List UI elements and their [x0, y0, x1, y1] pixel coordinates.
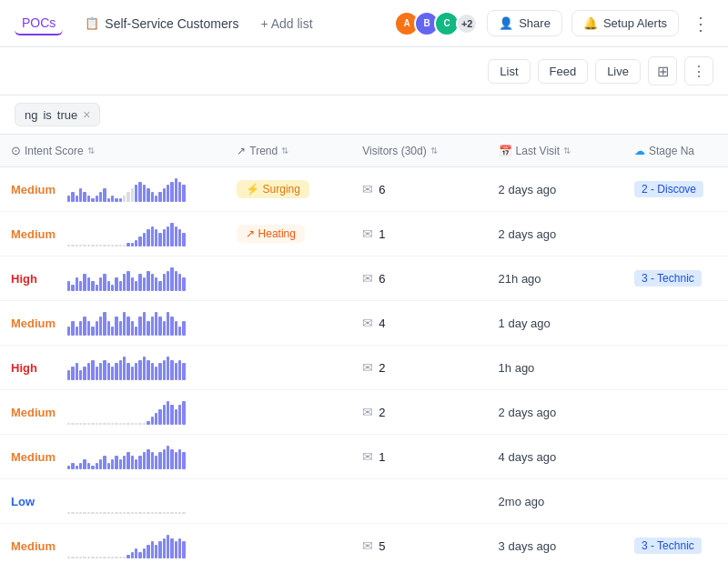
mini-chart	[67, 176, 186, 202]
col-intent-score[interactable]: ⊙ Intent Score ⇅	[0, 135, 226, 167]
chart-bar	[123, 312, 126, 336]
visitor-count: 1	[379, 450, 385, 464]
chart-bar	[83, 367, 86, 380]
trend-badge-heating: ↗ Heating	[237, 225, 305, 243]
chart-bar	[107, 281, 110, 291]
col-trend[interactable]: ↗ Trend ⇅	[226, 135, 351, 167]
chart-bar	[151, 417, 154, 425]
chart-bar	[115, 277, 117, 291]
chart-bar	[158, 541, 161, 558]
last-visit-cell: 2 days ago	[488, 390, 623, 435]
visitor-count: 2	[379, 406, 385, 419]
more-options-button[interactable]: ⋮	[684, 56, 713, 85]
chart-bar	[151, 541, 154, 558]
chart-bar	[96, 321, 98, 336]
col-last-visit[interactable]: 📅 Last Visit ⇅	[488, 135, 623, 167]
chart-bar	[76, 557, 78, 558]
setup-alerts-button[interactable]: 🔔 Setup Alerts	[571, 10, 679, 36]
chart-bar	[151, 452, 154, 469]
chart-bar	[115, 317, 117, 336]
chart-bar	[119, 321, 122, 336]
chart-bar	[170, 405, 173, 425]
chart-bar	[99, 423, 102, 425]
chart-bar	[170, 538, 173, 558]
chart-bar	[143, 548, 146, 558]
chart-bar	[155, 312, 157, 336]
chart-bar	[147, 188, 149, 202]
chart-bar	[126, 363, 129, 380]
chart-bar	[115, 456, 117, 469]
chart-bar	[79, 423, 82, 425]
filter-tag[interactable]: ng is true ×	[15, 103, 100, 126]
table-body: Medium ⚡ Surging ✉6 2 days ago 2 - Disco…	[0, 167, 728, 563]
chart-bar	[126, 452, 129, 469]
chart-bar	[158, 512, 161, 514]
self-service-tab-label: Self-Service Customers	[105, 16, 238, 31]
chart-bar	[167, 401, 169, 425]
tab-pocs[interactable]: POCs	[15, 12, 63, 35]
chart-bar	[147, 421, 149, 425]
share-button[interactable]: 👤 Share	[487, 10, 562, 36]
col-visitors[interactable]: Visitors (30d) ⇅	[351, 135, 487, 167]
chart-bar	[158, 281, 161, 291]
chart-bar	[103, 274, 106, 291]
chart-bar	[126, 243, 129, 246]
visitors-td: ✉1	[351, 435, 487, 479]
last-visit-cell: 3 days ago	[488, 524, 623, 563]
trend-cell	[226, 256, 351, 301]
intent-score-col-icon: ⊙	[11, 144, 21, 157]
last-visit-cell: 1 day ago	[488, 301, 623, 346]
list-view-button[interactable]: List	[488, 59, 530, 84]
col-stage[interactable]: ☁ Stage Na	[623, 135, 728, 167]
chart-bar	[91, 423, 94, 425]
feed-view-button[interactable]: Feed	[538, 59, 589, 84]
chart-bar	[67, 557, 70, 558]
chart-bar	[107, 463, 110, 469]
share-icon: 👤	[499, 16, 513, 30]
chart-bar	[119, 245, 122, 246]
chart-bar	[182, 233, 185, 246]
chart-bar	[126, 317, 129, 336]
filter-text: ng	[25, 108, 37, 122]
chart-bar	[91, 245, 94, 246]
filter-close-button[interactable]: ×	[83, 107, 90, 122]
columns-button[interactable]: ⊞	[648, 56, 677, 85]
chart-bar	[79, 463, 82, 469]
chart-bar	[143, 185, 146, 202]
header-more-button[interactable]: ⋮	[688, 9, 713, 38]
chart-bar	[107, 512, 110, 514]
chart-bar	[131, 277, 134, 291]
chart-bar	[135, 363, 137, 380]
chart-bar	[167, 446, 169, 469]
add-list-button[interactable]: + Add list	[260, 16, 312, 31]
chart-bar	[131, 552, 134, 558]
tab-self-service[interactable]: 📋 Self-Service Customers	[77, 13, 246, 35]
chart-bar	[83, 274, 86, 291]
chart-bar	[151, 317, 154, 336]
chart-bar	[158, 192, 161, 202]
mini-chart	[67, 310, 186, 336]
chart-bar	[167, 357, 169, 380]
table-header-row: ⊙ Intent Score ⇅ ↗ Trend ⇅ Visitors (30d…	[0, 135, 728, 167]
visitors-td: ✉1	[351, 212, 487, 256]
chart-bar	[111, 285, 114, 291]
visitors-td: ✉6	[351, 256, 487, 301]
trend-cell: ⚡ Surging	[226, 167, 351, 212]
chart-bar	[96, 285, 98, 291]
visitors-cell: ✉1	[362, 226, 476, 241]
visitors-cell: ✉5	[362, 538, 476, 553]
stage-col-icon: ☁	[634, 145, 645, 157]
chart-bar	[87, 512, 90, 514]
score-label: Medium	[11, 450, 58, 464]
chart-bar	[99, 245, 102, 246]
visitors-cell: ✉4	[362, 316, 476, 330]
visitors-cell: ✉2	[362, 360, 476, 375]
live-view-button[interactable]: Live	[595, 59, 641, 84]
chart-bar	[131, 243, 134, 246]
chart-bar	[87, 277, 90, 291]
chart-bar	[155, 456, 157, 469]
chart-bar	[175, 541, 177, 558]
chart-bar	[135, 240, 137, 246]
chart-bar	[83, 557, 86, 558]
chart-bar	[143, 357, 146, 380]
